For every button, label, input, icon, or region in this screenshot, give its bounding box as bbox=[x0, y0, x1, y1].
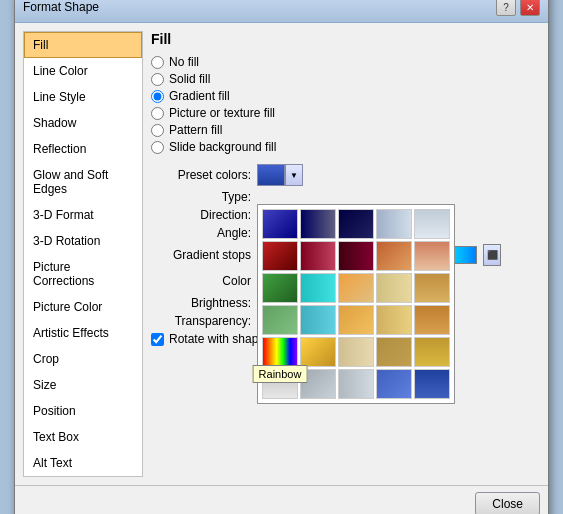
gradient-fill-option[interactable]: Gradient fill bbox=[151, 89, 540, 103]
swatch-wrapper bbox=[300, 369, 336, 399]
color-swatch[interactable] bbox=[262, 209, 298, 239]
picture-fill-label: Picture or texture fill bbox=[169, 106, 275, 120]
slide-bg-fill-option[interactable]: Slide background fill bbox=[151, 140, 540, 154]
swatch-wrapper bbox=[414, 369, 450, 399]
swatch-wrapper bbox=[262, 241, 298, 271]
title-bar-controls: ? ✕ bbox=[496, 0, 540, 16]
swatch-wrapper bbox=[262, 273, 298, 303]
pattern-fill-option[interactable]: Pattern fill bbox=[151, 123, 540, 137]
sidebar-item-picture-color[interactable]: Picture Color bbox=[24, 294, 142, 320]
sidebar-item-position[interactable]: Position bbox=[24, 398, 142, 424]
color-swatch[interactable] bbox=[414, 273, 450, 303]
solid-fill-label: Solid fill bbox=[169, 72, 210, 86]
color-swatch[interactable] bbox=[376, 305, 412, 335]
sidebar-item-text-box[interactable]: Text Box bbox=[24, 424, 142, 450]
color-swatch[interactable] bbox=[262, 369, 298, 399]
color-swatch[interactable] bbox=[376, 241, 412, 271]
sidebar-item-shadow[interactable]: Shadow bbox=[24, 110, 142, 136]
sidebar-item-fill[interactable]: Fill bbox=[24, 32, 142, 58]
color-swatch[interactable] bbox=[338, 369, 374, 399]
sidebar-item-size[interactable]: Size bbox=[24, 372, 142, 398]
gradient-fill-label: Gradient fill bbox=[169, 89, 230, 103]
type-label: Type: bbox=[151, 190, 251, 204]
color-swatch[interactable] bbox=[338, 241, 374, 271]
swatch-wrapper bbox=[300, 273, 336, 303]
solid-fill-option[interactable]: Solid fill bbox=[151, 72, 540, 86]
close-title-button[interactable]: ✕ bbox=[520, 0, 540, 16]
gradient-fill-radio[interactable] bbox=[151, 90, 164, 103]
help-button[interactable]: ? bbox=[496, 0, 516, 16]
no-fill-radio[interactable] bbox=[151, 56, 164, 69]
color-swatch[interactable] bbox=[262, 337, 298, 367]
swatch-wrapper bbox=[300, 241, 336, 271]
color-swatch[interactable] bbox=[338, 305, 374, 335]
color-swatch[interactable] bbox=[414, 337, 450, 367]
color-swatch[interactable] bbox=[300, 337, 336, 367]
color-swatch[interactable] bbox=[338, 209, 374, 239]
transparency-label: Transparency: bbox=[151, 314, 251, 328]
title-bar: Format Shape ? ✕ bbox=[15, 0, 548, 23]
color-swatch[interactable] bbox=[414, 369, 450, 399]
color-swatch[interactable] bbox=[376, 337, 412, 367]
swatch-wrapper bbox=[338, 241, 374, 271]
sidebar-item-picture-corrections[interactable]: Picture Corrections bbox=[24, 254, 142, 294]
swatch-wrapper: Rainbow bbox=[262, 337, 298, 367]
color-swatch[interactable] bbox=[338, 337, 374, 367]
fill-options: No fill Solid fill Gradient fill Picture… bbox=[151, 55, 540, 154]
picture-fill-option[interactable]: Picture or texture fill bbox=[151, 106, 540, 120]
swatch-wrapper bbox=[300, 337, 336, 367]
sidebar-item-crop[interactable]: Crop bbox=[24, 346, 142, 372]
color-swatch[interactable] bbox=[262, 273, 298, 303]
preset-color-dropdown[interactable]: ▼ bbox=[285, 164, 303, 186]
sidebar-item-3-d-rotation[interactable]: 3-D Rotation bbox=[24, 228, 142, 254]
picture-fill-radio[interactable] bbox=[151, 107, 164, 120]
dialog-body: FillLine ColorLine StyleShadowReflection… bbox=[15, 23, 548, 485]
swatch-wrapper bbox=[376, 241, 412, 271]
close-button[interactable]: Close bbox=[475, 492, 540, 514]
color-swatch[interactable] bbox=[262, 241, 298, 271]
sidebar-item-reflection[interactable]: Reflection bbox=[24, 136, 142, 162]
solid-fill-radio[interactable] bbox=[151, 73, 164, 86]
sidebar: FillLine ColorLine StyleShadowReflection… bbox=[23, 31, 143, 477]
color-swatch[interactable] bbox=[300, 369, 336, 399]
color-swatch[interactable] bbox=[414, 241, 450, 271]
type-row: Type: bbox=[151, 190, 540, 204]
color-swatch[interactable] bbox=[414, 209, 450, 239]
swatch-wrapper bbox=[300, 209, 336, 239]
swatch-wrapper bbox=[414, 209, 450, 239]
no-fill-option[interactable]: No fill bbox=[151, 55, 540, 69]
pattern-fill-radio[interactable] bbox=[151, 124, 164, 137]
color-swatch[interactable] bbox=[376, 369, 412, 399]
sidebar-item-3-d-format[interactable]: 3-D Format bbox=[24, 202, 142, 228]
color-swatch[interactable] bbox=[300, 305, 336, 335]
swatch-wrapper bbox=[376, 369, 412, 399]
gradient-stops-button[interactable]: ⬛ bbox=[483, 244, 501, 266]
swatch-wrapper bbox=[376, 273, 412, 303]
color-swatch[interactable] bbox=[376, 209, 412, 239]
sidebar-item-artistic-effects[interactable]: Artistic Effects bbox=[24, 320, 142, 346]
preset-colors-row: Preset colors: ▼ Rainbow bbox=[151, 164, 540, 186]
sidebar-item-line-color[interactable]: Line Color bbox=[24, 58, 142, 84]
swatch-wrapper bbox=[414, 337, 450, 367]
dialog-title: Format Shape bbox=[23, 0, 99, 14]
sidebar-item-glow-and-soft-edges[interactable]: Glow and Soft Edges bbox=[24, 162, 142, 202]
dialog-footer: Close bbox=[15, 485, 548, 514]
color-swatch[interactable] bbox=[376, 273, 412, 303]
color-swatch[interactable] bbox=[300, 273, 336, 303]
rotate-with-shape-checkbox[interactable] bbox=[151, 333, 164, 346]
swatch-wrapper bbox=[414, 273, 450, 303]
sidebar-item-line-style[interactable]: Line Style bbox=[24, 84, 142, 110]
sidebar-item-alt-text[interactable]: Alt Text bbox=[24, 450, 142, 476]
color-swatch[interactable] bbox=[262, 305, 298, 335]
preset-color-button[interactable] bbox=[257, 164, 285, 186]
swatch-wrapper bbox=[414, 241, 450, 271]
color-swatch[interactable] bbox=[414, 305, 450, 335]
brightness-label: Brightness: bbox=[151, 296, 251, 310]
slide-bg-fill-radio[interactable] bbox=[151, 141, 164, 154]
color-swatch[interactable] bbox=[300, 241, 336, 271]
color-swatch[interactable] bbox=[338, 273, 374, 303]
swatch-wrapper bbox=[338, 337, 374, 367]
preset-colors-container: ▼ Rainbow bbox=[257, 164, 303, 186]
color-swatch[interactable] bbox=[300, 209, 336, 239]
format-shape-dialog: Format Shape ? ✕ FillLine ColorLine Styl… bbox=[14, 0, 549, 514]
